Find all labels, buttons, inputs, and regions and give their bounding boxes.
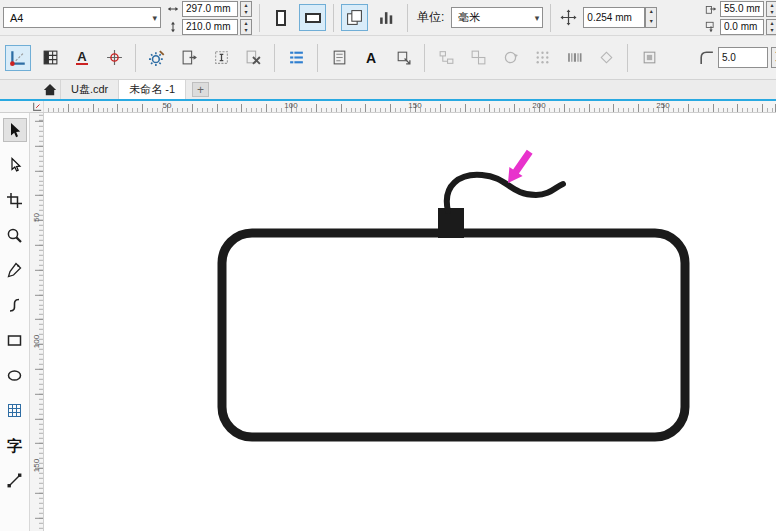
duplicate-distance-y-input[interactable] — [720, 19, 764, 35]
barcode-icon — [566, 49, 583, 66]
spin-up-icon: ▴ — [772, 48, 776, 58]
ruler-corner[interactable] — [0, 101, 44, 112]
paper-height-input[interactable] — [182, 19, 238, 35]
insert-character-button[interactable] — [208, 45, 234, 71]
curve-tool[interactable] — [3, 293, 27, 317]
symbol-button[interactable] — [593, 45, 619, 71]
pick-tool-icon — [6, 122, 23, 139]
convert-to-frame-icon — [395, 49, 412, 66]
toolbar-separator — [274, 44, 275, 72]
portrait-button[interactable] — [267, 4, 294, 31]
page-size-select[interactable]: A4 ▾ — [3, 7, 161, 28]
duplicate-distance-x-input[interactable] — [720, 1, 764, 17]
vertical-ruler[interactable]: 50 100 150 — [30, 113, 44, 531]
duplicate-distance-fields: ▴ ▾ ▴ ▾ — [704, 1, 776, 35]
pattern-dots-button[interactable] — [529, 45, 555, 71]
text-tool-toolbar-button[interactable]: A — [358, 45, 384, 71]
dimension-tool-button[interactable] — [5, 45, 31, 71]
horizontal-ruler[interactable]: 50 100 150 200 250 — [44, 101, 776, 112]
annotation-arrow[interactable] — [508, 150, 533, 183]
edit-text-button[interactable] — [326, 45, 352, 71]
font-list-button[interactable]: A — [69, 45, 95, 71]
usb-connector-shape[interactable] — [438, 208, 464, 238]
line-tool-icon — [6, 472, 23, 489]
graph-paper-tool[interactable] — [3, 398, 27, 422]
line-tool[interactable] — [3, 468, 27, 492]
object-properties-button[interactable] — [636, 45, 662, 71]
pick-tool[interactable] — [3, 118, 27, 142]
shape-tool[interactable] — [3, 153, 27, 177]
paper-height-spinner[interactable]: ▴ ▾ — [240, 19, 252, 35]
usb-drawing — [44, 113, 776, 531]
barcode-button[interactable] — [561, 45, 587, 71]
nudge-offset-input[interactable] — [583, 7, 645, 28]
curve-tool-icon — [6, 297, 23, 314]
delete-button[interactable] — [240, 45, 266, 71]
convert-to-frame-button[interactable] — [390, 45, 416, 71]
home-button[interactable] — [40, 80, 60, 99]
corner-radius-spinner[interactable]: ▴ ▾ — [771, 47, 776, 68]
document-tab-bar: U盘.cdr 未命名 -1 + — [0, 80, 776, 99]
duplicate-distance-x-spinner[interactable]: ▴ ▾ — [766, 1, 776, 17]
current-page-button[interactable] — [373, 4, 400, 31]
spin-up-icon: ▴ — [241, 2, 251, 9]
landscape-button[interactable] — [299, 4, 326, 31]
zoom-tool[interactable] — [3, 223, 27, 247]
units-value: 毫米 — [458, 10, 480, 25]
toolbar-separator — [424, 44, 425, 72]
ruler-label: 250 — [656, 101, 669, 110]
ruler-label: 50 — [32, 211, 41, 225]
spin-down-icon: ▾ — [241, 9, 251, 16]
pen-tool-icon — [6, 262, 23, 279]
text-properties-button[interactable] — [283, 45, 309, 71]
toolbar-separator — [627, 44, 628, 72]
corner-radius-icon — [698, 49, 715, 66]
new-tab-button[interactable]: + — [192, 82, 209, 97]
ellipse-tool[interactable] — [3, 363, 27, 387]
graph-paper-icon — [42, 49, 59, 66]
spin-down-icon: ▾ — [767, 9, 776, 16]
ruler-label: 50 — [163, 101, 172, 110]
nudge-offset-icon — [558, 8, 578, 28]
text-tool[interactable]: 字 — [3, 433, 27, 457]
page-size-value: A4 — [10, 12, 23, 24]
ruler-row: 50 100 150 200 250 — [0, 101, 776, 113]
pen-tool[interactable] — [3, 258, 27, 282]
units-label: 单位: — [417, 9, 444, 26]
group-objects-button[interactable] — [465, 45, 491, 71]
ruler-label: 200 — [532, 101, 545, 110]
paper-width-input[interactable] — [182, 1, 238, 17]
nudge-offset-spinner[interactable]: ▴ ▾ — [645, 7, 657, 28]
paper-width-spinner[interactable]: ▴ ▾ — [240, 1, 252, 17]
crop-tool[interactable] — [3, 188, 27, 212]
ruler-label: 150 — [408, 101, 421, 110]
alignment-guides-button[interactable] — [101, 45, 127, 71]
usb-cable-shape[interactable] — [447, 175, 563, 211]
spin-down-icon: ▾ — [646, 18, 656, 28]
chevron-down-icon: ▾ — [152, 13, 157, 23]
dimension-tool-icon — [9, 49, 27, 67]
toolbar-separator — [259, 4, 260, 32]
usb-body-shape[interactable] — [222, 233, 685, 437]
rotate-object-button[interactable] — [497, 45, 523, 71]
graph-paper-button[interactable] — [37, 45, 63, 71]
alignment-guides-icon — [106, 49, 123, 66]
align-objects-button[interactable] — [433, 45, 459, 71]
current-page-icon — [378, 9, 395, 26]
options-button[interactable] — [144, 45, 170, 71]
paper-size-fields: ▴ ▾ ▴ ▾ — [166, 1, 252, 35]
coreldraw-window: A4 ▾ ▴ ▾ ▴ ▾ — [0, 0, 776, 531]
tab-untitled-1[interactable]: 未命名 -1 — [119, 80, 186, 99]
tab-u盘-cdr[interactable]: U盘.cdr — [60, 80, 119, 99]
rotate-icon — [502, 49, 519, 66]
toolbar-separator — [333, 4, 334, 32]
duplicate-distance-y-spinner[interactable]: ▴ ▾ — [766, 19, 776, 35]
drawing-canvas[interactable] — [44, 113, 776, 531]
corner-radius-input[interactable] — [718, 47, 768, 68]
units-select[interactable]: 毫米 ▾ — [451, 7, 543, 28]
toolbar-separator — [550, 4, 551, 32]
all-pages-button[interactable] — [341, 4, 368, 31]
text-properties-icon — [288, 49, 305, 66]
export-button[interactable] — [176, 45, 202, 71]
rectangle-tool[interactable] — [3, 328, 27, 352]
